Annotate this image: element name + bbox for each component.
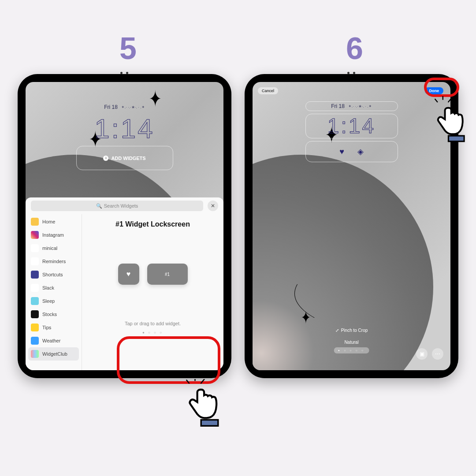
app-label: WidgetClub (42, 351, 67, 357)
pinch-to-crop-label: ⤢ Pinch to Crop (335, 328, 368, 333)
ipad-step-6: ✦ ✦ Cancel Done Fri 18 ✦.· ·.·★·. · .✦ 1… (245, 74, 458, 378)
ipad-step-5: ✦ ✦ Fri 18 ✦.· ·.·★·. · .✦ 1:14 + ADD WI… (18, 74, 231, 378)
page-indicator: ● ○ ○ ○ (142, 331, 163, 335)
picker-hint: Tap or drag to add widget. (125, 321, 181, 326)
app-icon (31, 337, 39, 345)
widget-option-small[interactable]: ♥ (118, 264, 139, 285)
app-icon (31, 231, 39, 239)
app-label: Tips (42, 325, 51, 330)
lock-clock: 1:14 (94, 113, 155, 144)
widget-preview-pane: #1 Widget Lockscreen ♥ #1 Tap or drag to… (82, 214, 223, 370)
app-icon (31, 310, 39, 318)
app-icon (31, 257, 39, 265)
app-item-shortcuts[interactable]: Shortcuts (28, 268, 79, 281)
app-label: Weather (42, 338, 60, 343)
sparkle-icon: ✦ (301, 308, 311, 328)
app-item-minical[interactable]: minical (28, 242, 79, 255)
filter-pager[interactable]: ● ○ ○ ○ ○ (334, 347, 369, 353)
search-widgets-input[interactable]: 🔍 Search Widgets (31, 201, 203, 211)
clock-slot[interactable]: 1:14 (305, 114, 398, 138)
lock-screen-edit-done: ✦ ✦ Cancel Done Fri 18 ✦.· ·.·★·. · .✦ 1… (253, 82, 450, 370)
app-icon (31, 350, 39, 358)
app-label: Stocks (42, 312, 57, 317)
app-item-sleep[interactable]: Sleep (28, 294, 79, 308)
app-label: Shortcuts (42, 272, 63, 277)
app-item-home[interactable]: Home (28, 215, 79, 228)
app-item-instagram[interactable]: Instagram (28, 228, 79, 242)
app-icon (31, 218, 39, 226)
widget-option-wide[interactable]: #1 (147, 264, 188, 285)
app-label: Instagram (42, 232, 64, 238)
app-icon (31, 324, 39, 331)
lock-date: Fri 18 ✦.· ·.·★·. · .✦ (104, 104, 145, 110)
front-camera (332, 70, 372, 75)
app-icon (31, 284, 39, 292)
crop-icon: ⤢ (335, 328, 339, 333)
front-camera (105, 70, 145, 75)
more-button[interactable]: ⋯ (432, 348, 443, 360)
filter-name: Natural (344, 340, 358, 345)
widget-title: #1 Widget Lockscreen (115, 220, 190, 228)
widget-picker-sheet: 🔍 Search Widgets ✕ HomeInstagramminicalR… (26, 197, 223, 370)
app-item-stocks[interactable]: Stocks (28, 308, 79, 321)
app-label: Sleep (42, 298, 55, 304)
search-icon: 🔍 (96, 203, 102, 209)
lock-screen-editing: ✦ ✦ Fri 18 ✦.· ·.·★·. · .✦ 1:14 + ADD WI… (26, 82, 223, 370)
date-widget-slot[interactable]: Fri 18 ✦.· ·.·★·. · .✦ (305, 101, 398, 111)
app-label: minical (42, 245, 57, 251)
app-item-slack[interactable]: Slack (28, 281, 79, 294)
wallpaper-planet (253, 155, 433, 370)
widget-options-row: ♥ #1 (118, 264, 188, 285)
diamond-widget-icon: ◈ (357, 147, 364, 156)
widget-slot[interactable]: ♥ ◈ (305, 141, 398, 162)
done-button[interactable]: Done (425, 87, 444, 94)
app-label: Home (42, 219, 55, 224)
cancel-button[interactable]: Cancel (258, 87, 278, 94)
photos-button[interactable]: ▣ (416, 348, 428, 360)
app-label: Reminders (42, 259, 66, 264)
heart-widget-icon: ♥ (339, 147, 344, 156)
tap-cursor-icon (185, 379, 231, 432)
app-item-reminders[interactable]: Reminders (28, 255, 79, 268)
app-item-widgetclub[interactable]: WidgetClub (28, 347, 79, 361)
svg-line-2 (201, 379, 205, 383)
app-icon (31, 271, 39, 279)
step-number-5: 5 (119, 31, 137, 66)
step-number-6: 6 (346, 31, 363, 66)
app-list-sidebar[interactable]: HomeInstagramminicalRemindersShortcutsSl… (26, 214, 82, 370)
app-label: Slack (42, 285, 54, 290)
add-widgets-button[interactable]: + ADD WIDGETS (76, 146, 173, 170)
app-item-weather[interactable]: Weather (28, 334, 79, 347)
plus-icon: + (103, 156, 108, 161)
app-item-tips[interactable]: Tips (28, 321, 79, 334)
svg-rect-3 (201, 420, 218, 426)
close-sheet-button[interactable]: ✕ (208, 201, 218, 211)
app-icon (31, 244, 39, 252)
app-icon (31, 297, 39, 305)
svg-line-0 (186, 380, 190, 384)
sparkle-icon: ✦ (149, 86, 161, 112)
